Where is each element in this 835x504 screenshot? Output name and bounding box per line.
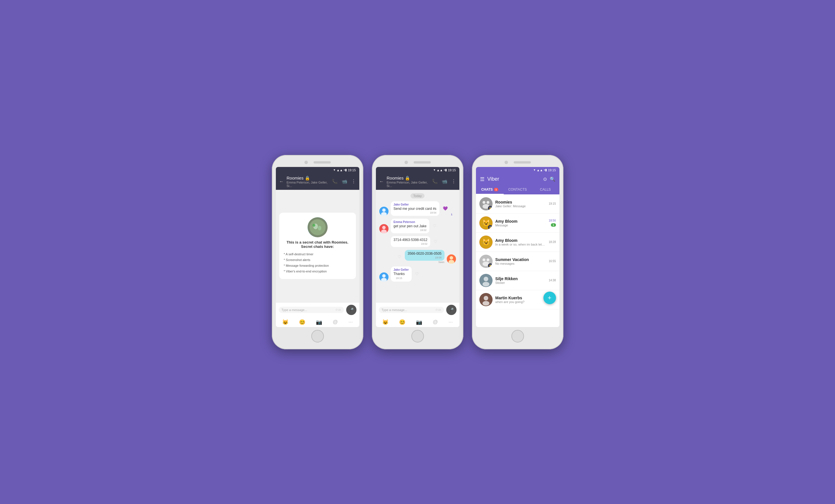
- screen-3: ▾ ▲▲ ▪▮ 19:15 ☰ Viber ⊙ 🔍 CHATS1 CONTACT…: [476, 167, 559, 327]
- input-placeholder-2[interactable]: Type a message...: [382, 308, 436, 311]
- header-icons-2: 📞 📹 ⋮: [432, 179, 456, 184]
- chat-time-amy2: 18:28: [549, 240, 556, 244]
- chat-name-amy1: Amy Bloom: [495, 219, 546, 224]
- msg-time-m3: 19:02: [394, 242, 428, 245]
- msg-text-m2: get your pen out Jake: [394, 224, 427, 228]
- viber-tabs: CHATS1 CONTACTS CALLS: [476, 185, 559, 195]
- feature-2: * Screenshot alerts: [284, 257, 351, 263]
- chat-meta-roomies: 19:15: [549, 202, 556, 205]
- video-icon[interactable]: 📹: [342, 179, 347, 184]
- phone-1: ▾ ▲▲ ▪▮ 19:15 ← Roomies 🔒 Emma Peterson,…: [272, 155, 363, 349]
- tab-chats-badge: 1: [494, 188, 498, 191]
- chat-preview-amy1: Message: [495, 224, 546, 227]
- tab-chats[interactable]: CHATS1: [476, 185, 504, 195]
- like-icon-m2[interactable]: ♡: [433, 224, 436, 228]
- chat-info-amy1: Amy Bloom Message: [495, 219, 546, 227]
- mention-icon-2[interactable]: @: [433, 319, 438, 325]
- time-1: 19:15: [348, 168, 356, 172]
- chat-header-1: ← Roomies 🔒 Emma Peterson, Jake Geller, …: [276, 173, 359, 190]
- like-icon-m1[interactable]: 💜: [443, 206, 448, 211]
- chat-subtitle-2: Emma Peterson, Jake Geller, Si...: [387, 181, 429, 187]
- camera-icon-1[interactable]: 📷: [316, 319, 322, 325]
- chat-info-roomies: Roomies Jake Geller: Message: [495, 200, 546, 208]
- emoji-icon-1[interactable]: 😊: [299, 319, 305, 325]
- home-button-3[interactable]: [511, 330, 524, 342]
- more-icon-2[interactable]: ⋮: [451, 179, 456, 184]
- front-camera-2: [405, 161, 408, 164]
- sticker-icon-1[interactable]: 😺: [282, 319, 288, 325]
- lock-badge-summer: 🔒: [488, 263, 492, 268]
- status-bar-2: ▾ ▲▲ ▪▮ 19:15: [376, 167, 460, 173]
- more-tools-icon-1[interactable]: ···: [348, 319, 353, 325]
- svg-point-26: [483, 258, 485, 261]
- msg-text-m3: 3714-4963-5398-4312: [394, 238, 428, 242]
- input-placeholder-1[interactable]: Type a message...: [282, 308, 335, 311]
- chat-time-silje: 14:38: [549, 279, 556, 282]
- svg-point-4: [312, 224, 315, 227]
- header-title-group-1: Roomies 🔒 Emma Peterson, Jake Geller, Si…: [287, 176, 329, 187]
- call-icon-2[interactable]: 📞: [432, 179, 437, 184]
- chat-item-silje[interactable]: Silje Rikken Sticker 14:38: [476, 271, 559, 290]
- home-button-2[interactable]: [411, 330, 424, 342]
- like-icon-m4[interactable]: ♡: [398, 255, 401, 259]
- feature-4: * Viber's end-to-end encryption: [284, 269, 351, 275]
- chat-meta-summer: 16:55: [549, 260, 556, 263]
- home-button-1[interactable]: [311, 330, 324, 342]
- chat-list: 🔒 Roomies Jake Geller: Message 19:15 😺 🔒: [476, 195, 559, 327]
- call-icon[interactable]: 📞: [332, 179, 338, 184]
- msg-text-m5: Thanks: [394, 272, 409, 276]
- search-icon[interactable]: 🔍: [550, 176, 555, 182]
- signal-icon: ▲▲: [337, 168, 343, 172]
- chat-time-roomies: 19:15: [549, 202, 556, 205]
- qr-icon[interactable]: ⊙: [543, 176, 547, 182]
- msg-time-m4: 19:08: [408, 256, 442, 259]
- svg-point-34: [483, 301, 489, 306]
- input-row-2: Type a message... ⏱1h: [379, 307, 444, 313]
- svg-point-6: [382, 208, 386, 212]
- svg-point-30: [484, 277, 488, 281]
- video-icon-2[interactable]: 📹: [442, 179, 447, 184]
- tab-chats-label: CHATS: [481, 187, 492, 191]
- status-bar-3: ▾ ▲▲ ▪▮ 19:15: [476, 167, 559, 173]
- camera-icon-2[interactable]: 📷: [416, 319, 422, 325]
- svg-point-18: [483, 201, 485, 204]
- like-icon-m3[interactable]: ♡: [434, 239, 437, 244]
- more-tools-icon-2[interactable]: ···: [449, 319, 453, 325]
- speaker-1: [313, 161, 331, 163]
- more-icon[interactable]: ⋮: [351, 179, 356, 184]
- svg-point-19: [487, 201, 489, 204]
- lock-badge-amy1: 🔒: [488, 225, 492, 229]
- viber-header: ☰ Viber ⊙ 🔍: [476, 173, 559, 185]
- like-icon-m5[interactable]: ♡: [415, 271, 419, 276]
- toolbar-1: 😺 😊 📷 @ ···: [276, 317, 359, 327]
- timer-1: ⏱1h: [335, 308, 341, 311]
- date-divider: Today: [410, 193, 425, 198]
- sticker-icon-2[interactable]: 😺: [382, 319, 388, 325]
- front-camera-3: [505, 161, 508, 164]
- toolbar-2: 😺 😊 📷 @ ···: [376, 317, 460, 327]
- emoji-icon-2[interactable]: 😊: [399, 319, 405, 325]
- chat-item-amy2[interactable]: 😺 Amy Bloom In a week or so, when im bac…: [476, 233, 559, 252]
- back-button-1[interactable]: ←: [279, 179, 284, 184]
- mic-button-1[interactable]: 🎤: [346, 305, 357, 315]
- tab-contacts[interactable]: CONTACTS: [504, 185, 531, 195]
- fab-button[interactable]: +: [544, 291, 556, 304]
- status-icons-3: ▾ ▲▲ ▪▮ 19:15: [534, 168, 556, 172]
- feature-1: * A self-destruct timer: [284, 251, 351, 257]
- mic-button-2[interactable]: 🎤: [446, 305, 456, 315]
- chat-meta-amy1: 18:56 1: [549, 219, 556, 227]
- menu-icon[interactable]: ☰: [480, 176, 485, 182]
- chat-time-summer: 16:55: [549, 260, 556, 263]
- chat-item-summer[interactable]: 🔒 Summer Vacation No messages 16:55: [476, 252, 559, 271]
- secret-chat-features: * A self-destruct timer * Screenshot ale…: [284, 251, 351, 274]
- chat-info-amy2: Amy Bloom In a week or so, when im back …: [495, 238, 546, 246]
- tab-calls[interactable]: CALLS: [531, 185, 559, 195]
- phone-3: ▾ ▲▲ ▪▮ 19:15 ☰ Viber ⊙ 🔍 CHATS1 CONTACT…: [472, 155, 564, 349]
- mention-icon-1[interactable]: @: [333, 319, 338, 325]
- back-button-2[interactable]: ←: [379, 179, 384, 184]
- phone-top-bar-1: [276, 161, 359, 164]
- chat-item-amy1[interactable]: 😺 🔒 Amy Bloom Message 18:56 1: [476, 214, 559, 233]
- status-icons-2: ▾ ▲▲ ▪▮ 19:15: [434, 168, 456, 172]
- chat-item-roomies[interactable]: 🔒 Roomies Jake Geller: Message 19:15: [476, 195, 559, 214]
- chat-body-1: This is a secret chat with Roomies. Secr…: [276, 190, 359, 302]
